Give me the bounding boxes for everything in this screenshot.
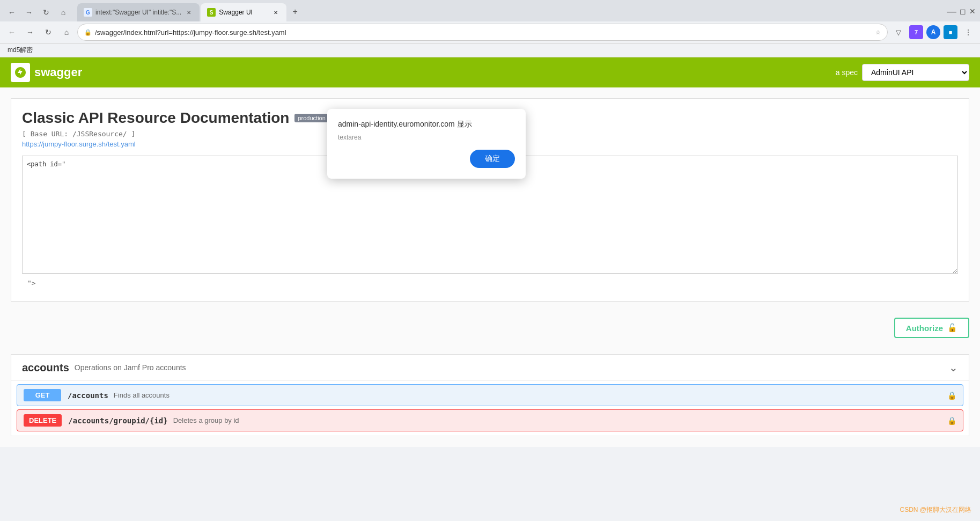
minimize-button[interactable]: ― — [947, 6, 956, 17]
profile-avatar[interactable]: A — [926, 25, 940, 39]
tab-2[interactable]: S Swagger UI ✕ — [201, 3, 286, 21]
home-button[interactable]: ⌂ — [56, 5, 71, 20]
swagger-select-container: a spec AdminUI API — [836, 64, 969, 81]
dialog-title: admin-api-identity.euromonitor.com 显示 — [338, 120, 515, 129]
tabs-bar: G intext:"Swagger UI" intitle:"S... ✕ S … — [77, 3, 303, 21]
bookmark-md5-label: md5解密 — [8, 46, 33, 55]
tab-1-title: intext:"Swagger UI" intitle:"S... — [95, 9, 181, 16]
bookmark-bar: md5解密 — [0, 43, 980, 57]
tab-1-close[interactable]: ✕ — [185, 8, 193, 17]
address-input[interactable] — [95, 28, 872, 36]
dialog-box: admin-api-identity.euromonitor.com 显示 te… — [327, 109, 526, 179]
title-bar: ← → ↻ ⌂ G intext:"Swagger UI" intitle:"S… — [0, 0, 980, 21]
nav-right-icons: ▽ 7 A ■ ⋮ — [891, 25, 976, 40]
forward-button[interactable]: → — [21, 5, 36, 20]
tab-1[interactable]: G intext:"Swagger UI" intitle:"S... ✕ — [77, 3, 200, 21]
tab-1-favicon: G — [84, 8, 92, 17]
extensions-button[interactable]: ▽ — [891, 25, 906, 40]
bookmark-star-icon[interactable]: ☆ — [875, 29, 881, 36]
new-tab-button[interactable]: + — [288, 4, 303, 19]
tab-2-close[interactable]: ✕ — [271, 8, 280, 17]
tab-2-title: Swagger UI — [219, 9, 268, 16]
navigation-bar: ← → ↻ ⌂ 🔒 ☆ ▽ 7 A ■ ⋮ — [0, 21, 980, 43]
close-window-button[interactable]: ✕ — [969, 7, 976, 16]
swagger-logo: swagger — [11, 63, 82, 82]
back-nav-button[interactable]: ← — [4, 25, 19, 40]
swagger-logo-text: swagger — [34, 65, 82, 79]
back-button[interactable]: ← — [4, 5, 19, 20]
dialog-confirm-button[interactable]: 确定 — [470, 150, 515, 168]
window-controls: ← → ↻ ⌂ — [4, 5, 71, 20]
swagger-main: Classic API Resource Documentation produ… — [0, 87, 980, 447]
security-icon: 🔒 — [84, 29, 92, 36]
swagger-spec-select[interactable]: AdminUI API — [862, 64, 969, 81]
swagger-select-label: a spec — [836, 68, 858, 77]
forward-nav-button[interactable]: → — [23, 25, 38, 40]
home-nav-button[interactable]: ⌂ — [59, 25, 74, 40]
bookmark-md5[interactable]: md5解密 — [4, 45, 36, 56]
more-menu-button[interactable]: ⋮ — [961, 25, 976, 40]
browser-chrome: ← → ↻ ⌂ G intext:"Swagger UI" intitle:"S… — [0, 0, 980, 57]
extension-icon-2[interactable]: ■ — [944, 25, 957, 39]
dialog-overlay: admin-api-identity.euromonitor.com 显示 te… — [0, 87, 980, 447]
reload-button[interactable]: ↻ — [41, 25, 56, 40]
address-bar[interactable]: 🔒 ☆ — [77, 24, 888, 41]
page-content: swagger a spec AdminUI API Classic API R… — [0, 57, 980, 447]
extension-icon-1[interactable]: 7 — [909, 25, 923, 39]
maximize-button[interactable]: ◻ — [960, 7, 966, 16]
swagger-header: swagger a spec AdminUI API — [0, 57, 980, 87]
watermark-text: CSDN @抠脚大汉在网络 — [900, 506, 971, 513]
swagger-logo-icon — [11, 63, 30, 82]
tab-2-favicon: S — [207, 8, 216, 17]
dialog-subtitle: textarea — [338, 134, 515, 141]
refresh-button[interactable]: ↻ — [39, 5, 54, 20]
watermark: CSDN @抠脚大汉在网络 — [900, 505, 971, 515]
dialog-actions: 确定 — [338, 150, 515, 168]
